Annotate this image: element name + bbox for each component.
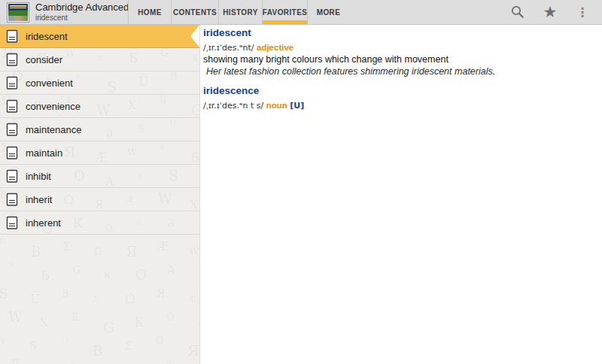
tab-label: FAVORITES: [263, 8, 308, 17]
list-item-inherit[interactable]: inherit: [0, 188, 199, 211]
list-item-label: inherit: [26, 194, 52, 205]
list-item-label: convenience: [26, 101, 81, 112]
definition-pane[interactable]: iridescent /ˌɪr.ɪˈdes.ᵊnt/ adjective sho…: [201, 25, 602, 364]
document-icon: [6, 99, 19, 114]
entry-example: Her latest fashion collection features s…: [203, 66, 594, 77]
entry-pronunciation: /ˌɪr.ɪˈdes.ᵊnt/: [203, 43, 254, 53]
tab-bar: HOME CONTENTS HISTORY FAVORITES MORE: [128, 0, 349, 24]
overflow-menu-button[interactable]: ⋮: [573, 2, 591, 23]
active-tab-underline: [263, 20, 307, 24]
document-icon: [6, 169, 19, 184]
app-logo-icon: [7, 2, 29, 23]
list-item-label: maintain: [26, 147, 62, 159]
logo-stripe: [8, 16, 28, 21]
star-icon: ★: [543, 5, 558, 20]
tab-more[interactable]: MORE: [307, 0, 349, 24]
favorites-word-list[interactable]: iridescent consider convenient: [0, 25, 199, 364]
document-icon: [6, 76, 19, 90]
document-icon: [6, 53, 19, 67]
list-item-inherent[interactable]: inherent: [0, 211, 199, 235]
list-item-maintenance[interactable]: maintenance: [0, 118, 199, 141]
list-item-label: inherent: [26, 217, 61, 229]
list-item-label: consider: [26, 54, 62, 65]
tab-favorites[interactable]: FAVORITES: [262, 0, 307, 24]
list-item-maintain[interactable]: maintain: [0, 141, 199, 165]
list-item-convenient[interactable]: convenient: [0, 71, 199, 95]
tab-label: HISTORY: [223, 8, 258, 17]
tab-label: CONTENTS: [173, 8, 217, 17]
favorites-star-button[interactable]: ★: [541, 2, 559, 23]
document-icon: [6, 146, 19, 160]
list-item-label: maintenance: [26, 124, 81, 135]
part-of-speech: adjective: [257, 43, 293, 52]
tab-contents[interactable]: CONTENTS: [171, 0, 218, 24]
logo-stripe: [8, 4, 28, 11]
search-button[interactable]: [509, 2, 527, 23]
logo-stripe: [8, 11, 28, 16]
list-item-label: inhibit: [26, 171, 51, 182]
grammar-code: [U]: [290, 101, 304, 111]
list-item-convenience[interactable]: convenience: [0, 95, 199, 118]
tab-history[interactable]: HISTORY: [218, 0, 262, 24]
overflow-menu-icon: ⋮: [576, 6, 589, 19]
entry-definition: showing many bright colours which change…: [203, 54, 594, 65]
document-icon: [6, 123, 19, 137]
list-item-label: iridescent: [26, 31, 68, 42]
search-icon: [510, 5, 525, 20]
entry-headword: iridescent: [203, 27, 594, 39]
action-icons: ★ ⋮: [509, 0, 591, 24]
app-subtitle: iridescent: [35, 14, 129, 23]
tab-label: MORE: [317, 8, 341, 17]
list-item-consider[interactable]: consider: [0, 48, 199, 71]
pronunciation-line: /ˌɪr.ɪˈdes.ᵊnt/ adjective: [203, 43, 594, 53]
entry-headword: iridescence: [203, 85, 594, 97]
document-icon: [6, 193, 19, 207]
title-block: Cambridge Advanced iridescent: [35, 2, 129, 23]
action-bar: Cambridge Advanced iridescent HOME CONTE…: [0, 0, 602, 25]
list-item-label: convenient: [26, 77, 73, 89]
app-window: Cambridge Advanced iridescent HOME CONTE…: [0, 0, 602, 364]
entry-pronunciation: /ˌɪr.ɪˈdes.ᵊn t s/: [203, 101, 263, 111]
list-item-iridescent[interactable]: iridescent: [0, 25, 199, 48]
pronunciation-line: /ˌɪr.ɪˈdes.ᵊn t s/ noun [U]: [203, 101, 594, 111]
tab-home[interactable]: HOME: [128, 0, 171, 24]
part-of-speech: noun: [266, 101, 287, 110]
document-icon: [6, 216, 19, 230]
document-icon: [6, 29, 19, 44]
tab-label: HOME: [138, 8, 162, 17]
app-title: Cambridge Advanced: [35, 2, 129, 14]
word-list-sidebar: A∂SŨBΣΩЯÆWXБGКOA∂SŨBΣΩЯÆWXБGКOA∂SŨBΣΩЯÆW…: [0, 25, 200, 364]
dictionary-entry: iridescence /ˌɪr.ɪˈdes.ᵊn t s/ noun [U]: [203, 85, 594, 111]
dictionary-entry: iridescent /ˌɪr.ɪˈdes.ᵊnt/ adjective sho…: [203, 27, 594, 77]
list-item-inhibit[interactable]: inhibit: [0, 165, 199, 188]
